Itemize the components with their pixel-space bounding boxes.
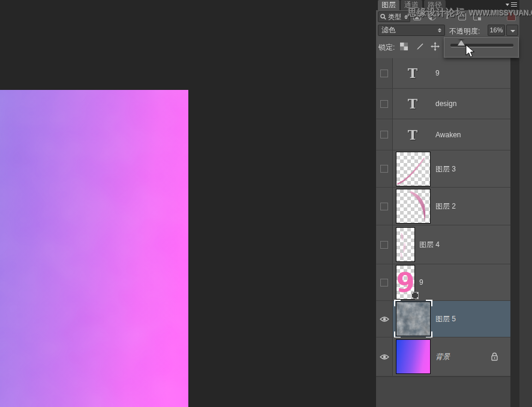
tab-layers[interactable]: 图层 [378,0,399,10]
layer-name[interactable]: 9 [419,278,423,287]
opacity-slider-thumb[interactable] [458,40,465,46]
lock-transparency-icon[interactable] [400,43,408,50]
layer-row-layer5-selected[interactable]: 图层 5 [376,301,510,337]
spinner-arrows-icon [438,28,441,32]
photoshop-workspace: 图层 通道 路径 类型 T 滤色 [0,0,532,407]
layer-thumbnail[interactable] [396,189,431,224]
watermark-site-url: WWW.MISSYUAN.COM [469,9,532,17]
layer-row-image-9[interactable]: 9 9 [376,264,510,301]
layer-name[interactable]: 背景 [435,352,450,362]
layer-row-layer4[interactable]: 图层 4 [376,225,510,264]
watermark: 思缘设计论坛WWW.MISSYUAN.COM [408,7,532,19]
opacity-label: 不透明度: [449,26,480,37]
visibility-toggle[interactable] [376,150,393,187]
layer-thumbnail[interactable] [396,302,431,336]
filter-kind-label: 类型 [388,13,401,22]
watermark-site-name: 思缘设计论坛 [408,7,465,17]
transform-handles-badge-icon [411,292,419,299]
layer-list: T 9 T design T Awaken [376,58,510,376]
visibility-empty-box [380,70,388,77]
visibility-toggle[interactable] [376,89,393,119]
visibility-toggle[interactable] [376,301,393,337]
opacity-slider-popup [444,37,519,58]
blend-mode-select[interactable]: 滤色 [378,25,445,36]
layer-row-text-design[interactable]: T design [376,89,510,119]
layer-name[interactable]: 图层 2 [435,201,456,212]
layer-name[interactable]: 9 [435,69,440,77]
opacity-dropdown-button[interactable] [506,25,518,36]
visibility-toggle[interactable] [376,264,393,300]
visibility-toggle[interactable] [376,119,393,150]
canvas-document[interactable] [0,90,188,407]
visibility-toggle[interactable] [376,58,393,88]
search-icon [380,14,386,20]
pink-curve-art [396,189,430,223]
eye-icon [380,354,389,360]
visibility-toggle[interactable] [376,188,393,225]
visibility-toggle[interactable] [376,225,393,264]
layer-name[interactable]: 图层 3 [435,164,456,174]
panel-scroll-gutter [510,58,519,407]
lock-position-move-icon[interactable] [431,42,440,51]
layer-row-layer3[interactable]: 图层 3 [376,150,510,188]
type-layer-icon: T [396,96,429,111]
visibility-empty-box [380,241,388,249]
thumb-select-bracket [394,300,401,306]
visibility-empty-box [380,165,388,173]
layer-thumbnail[interactable] [396,152,431,186]
layer-list-empty-area [376,376,510,407]
lock-pixels-brush-icon[interactable] [415,43,423,51]
layer-thumbnail[interactable]: 9 [396,265,415,300]
filter-kind-select[interactable]: 类型 [378,11,410,22]
layer-row-layer2[interactable]: 图层 2 [376,188,510,225]
eye-icon [380,316,389,322]
canvas-cloud-texture [0,90,188,407]
clouds-noise-art [396,302,430,336]
layer-name[interactable]: 图层 4 [419,240,440,250]
dock-edge-strip [519,0,532,407]
visibility-empty-box [380,131,388,138]
faint-pink-art [396,228,414,261]
visibility-empty-box [380,279,388,287]
layer-row-background[interactable]: 背景 [376,337,510,376]
visibility-toggle[interactable] [376,337,393,376]
type-layer-icon: T [396,127,429,143]
visibility-empty-box [380,100,388,108]
layer-thumbnail[interactable] [396,227,415,262]
blend-mode-value: 滤色 [381,25,396,35]
blend-mode-row: 滤色 不透明度: 16% [376,23,519,37]
opacity-value-field[interactable]: 16% [488,25,505,36]
lock-label: 锁定: [378,43,395,53]
layer-row-text-awaken[interactable]: T Awaken [376,119,510,150]
mouse-cursor [465,44,476,58]
lock-icon [491,352,498,361]
layer-name[interactable]: design [435,100,456,108]
pink-swoosh-art [396,152,430,186]
thumb-select-bracket [426,300,432,306]
layer-thumbnail[interactable] [396,339,431,374]
type-layer-icon: T [396,65,429,81]
layer-row-text-9[interactable]: T 9 [376,58,510,89]
layer-name[interactable]: 图层 5 [435,314,456,324]
visibility-empty-box [380,203,388,210]
layer-name[interactable]: Awaken [435,131,461,139]
